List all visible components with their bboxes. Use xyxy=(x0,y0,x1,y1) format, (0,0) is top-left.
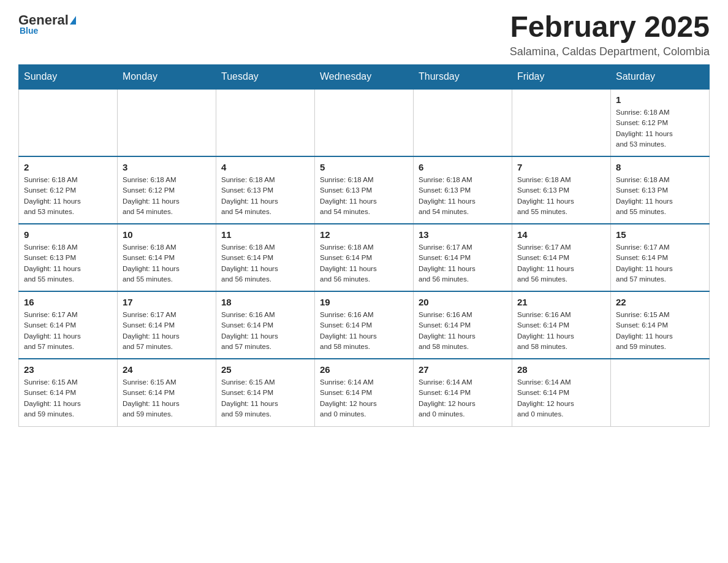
day-number: 6 xyxy=(419,162,507,172)
day-number: 19 xyxy=(320,297,408,307)
day-cell: 5Sunrise: 6:18 AM Sunset: 6:13 PM Daylig… xyxy=(315,156,414,224)
logo-sub-text: Blue xyxy=(20,26,38,36)
day-info: Sunrise: 6:18 AM Sunset: 6:12 PM Dayligh… xyxy=(616,107,704,150)
day-cell: 18Sunrise: 6:16 AM Sunset: 6:14 PM Dayli… xyxy=(216,291,315,359)
day-info: Sunrise: 6:18 AM Sunset: 6:13 PM Dayligh… xyxy=(24,242,112,285)
week-row-1: 1Sunrise: 6:18 AM Sunset: 6:12 PM Daylig… xyxy=(19,89,710,156)
day-cell: 16Sunrise: 6:17 AM Sunset: 6:14 PM Dayli… xyxy=(19,291,118,359)
day-cell: 17Sunrise: 6:17 AM Sunset: 6:14 PM Dayli… xyxy=(118,291,216,359)
day-cell: 26Sunrise: 6:14 AM Sunset: 6:14 PM Dayli… xyxy=(315,359,414,426)
day-number: 25 xyxy=(221,364,309,375)
day-cell: 13Sunrise: 6:17 AM Sunset: 6:14 PM Dayli… xyxy=(414,224,512,291)
day-cell: 1Sunrise: 6:18 AM Sunset: 6:12 PM Daylig… xyxy=(611,89,710,156)
day-cell: 21Sunrise: 6:16 AM Sunset: 6:14 PM Dayli… xyxy=(512,291,611,359)
logo: General Blue xyxy=(18,12,76,36)
day-info: Sunrise: 6:15 AM Sunset: 6:14 PM Dayligh… xyxy=(123,377,211,419)
day-cell: 25Sunrise: 6:15 AM Sunset: 6:14 PM Dayli… xyxy=(216,359,315,426)
day-info: Sunrise: 6:14 AM Sunset: 6:14 PM Dayligh… xyxy=(517,377,605,419)
day-number: 22 xyxy=(616,297,704,307)
day-info: Sunrise: 6:16 AM Sunset: 6:14 PM Dayligh… xyxy=(320,310,408,352)
day-number: 1 xyxy=(616,94,704,105)
day-number: 23 xyxy=(24,364,112,375)
day-info: Sunrise: 6:16 AM Sunset: 6:14 PM Dayligh… xyxy=(419,310,507,352)
day-info: Sunrise: 6:16 AM Sunset: 6:14 PM Dayligh… xyxy=(517,310,605,352)
day-cell: 24Sunrise: 6:15 AM Sunset: 6:14 PM Dayli… xyxy=(118,359,216,426)
day-cell: 22Sunrise: 6:15 AM Sunset: 6:14 PM Dayli… xyxy=(611,291,710,359)
day-cell xyxy=(611,359,710,426)
day-number: 9 xyxy=(24,229,112,240)
day-info: Sunrise: 6:18 AM Sunset: 6:13 PM Dayligh… xyxy=(517,175,605,217)
day-number: 4 xyxy=(221,162,309,172)
day-number: 13 xyxy=(419,229,507,240)
day-number: 21 xyxy=(517,297,605,307)
month-title: February 2025 xyxy=(510,12,710,42)
header-sunday: Sunday xyxy=(19,65,118,90)
day-number: 28 xyxy=(517,364,605,375)
header: General Blue February 2025 Salamina, Cal… xyxy=(18,12,710,58)
day-cell: 28Sunrise: 6:14 AM Sunset: 6:14 PM Dayli… xyxy=(512,359,611,426)
day-info: Sunrise: 6:14 AM Sunset: 6:14 PM Dayligh… xyxy=(320,377,408,419)
day-number: 17 xyxy=(123,297,211,307)
day-info: Sunrise: 6:18 AM Sunset: 6:12 PM Dayligh… xyxy=(123,175,211,217)
day-cell: 23Sunrise: 6:15 AM Sunset: 6:14 PM Dayli… xyxy=(19,359,118,426)
day-cell: 4Sunrise: 6:18 AM Sunset: 6:13 PM Daylig… xyxy=(216,156,315,224)
day-info: Sunrise: 6:15 AM Sunset: 6:14 PM Dayligh… xyxy=(616,310,704,352)
calendar-table: Sunday Monday Tuesday Wednesday Thursday… xyxy=(18,64,710,427)
day-cell: 19Sunrise: 6:16 AM Sunset: 6:14 PM Dayli… xyxy=(315,291,414,359)
day-number: 14 xyxy=(517,229,605,240)
day-cell xyxy=(414,89,512,156)
header-tuesday: Tuesday xyxy=(216,65,315,90)
day-info: Sunrise: 6:17 AM Sunset: 6:14 PM Dayligh… xyxy=(517,242,605,285)
day-number: 24 xyxy=(123,364,211,375)
day-info: Sunrise: 6:16 AM Sunset: 6:14 PM Dayligh… xyxy=(221,310,309,352)
day-cell xyxy=(216,89,315,156)
day-cell xyxy=(315,89,414,156)
day-info: Sunrise: 6:18 AM Sunset: 6:13 PM Dayligh… xyxy=(320,175,408,217)
day-number: 20 xyxy=(419,297,507,307)
title-area: February 2025 Salamina, Caldas Departmen… xyxy=(510,12,710,58)
day-info: Sunrise: 6:18 AM Sunset: 6:14 PM Dayligh… xyxy=(123,242,211,285)
day-cell: 11Sunrise: 6:18 AM Sunset: 6:14 PM Dayli… xyxy=(216,224,315,291)
day-info: Sunrise: 6:18 AM Sunset: 6:13 PM Dayligh… xyxy=(221,175,309,217)
day-info: Sunrise: 6:17 AM Sunset: 6:14 PM Dayligh… xyxy=(123,310,211,352)
day-info: Sunrise: 6:18 AM Sunset: 6:14 PM Dayligh… xyxy=(221,242,309,285)
day-info: Sunrise: 6:18 AM Sunset: 6:13 PM Dayligh… xyxy=(419,175,507,217)
day-number: 2 xyxy=(24,162,112,172)
day-number: 3 xyxy=(123,162,211,172)
day-info: Sunrise: 6:15 AM Sunset: 6:14 PM Dayligh… xyxy=(24,377,112,419)
header-monday: Monday xyxy=(118,65,216,90)
day-cell: 8Sunrise: 6:18 AM Sunset: 6:13 PM Daylig… xyxy=(611,156,710,224)
week-row-4: 16Sunrise: 6:17 AM Sunset: 6:14 PM Dayli… xyxy=(19,291,710,359)
day-number: 10 xyxy=(123,229,211,240)
day-number: 11 xyxy=(221,229,309,240)
day-cell: 7Sunrise: 6:18 AM Sunset: 6:13 PM Daylig… xyxy=(512,156,611,224)
day-cell: 12Sunrise: 6:18 AM Sunset: 6:14 PM Dayli… xyxy=(315,224,414,291)
header-wednesday: Wednesday xyxy=(315,65,414,90)
day-number: 27 xyxy=(419,364,507,375)
day-info: Sunrise: 6:18 AM Sunset: 6:13 PM Dayligh… xyxy=(616,175,704,217)
day-number: 16 xyxy=(24,297,112,307)
day-info: Sunrise: 6:17 AM Sunset: 6:14 PM Dayligh… xyxy=(419,242,507,285)
day-number: 8 xyxy=(616,162,704,172)
day-cell xyxy=(118,89,216,156)
day-info: Sunrise: 6:15 AM Sunset: 6:14 PM Dayligh… xyxy=(221,377,309,419)
week-row-2: 2Sunrise: 6:18 AM Sunset: 6:12 PM Daylig… xyxy=(19,156,710,224)
header-friday: Friday xyxy=(512,65,611,90)
day-number: 18 xyxy=(221,297,309,307)
header-saturday: Saturday xyxy=(611,65,710,90)
day-cell: 27Sunrise: 6:14 AM Sunset: 6:14 PM Dayli… xyxy=(414,359,512,426)
day-number: 7 xyxy=(517,162,605,172)
day-cell: 2Sunrise: 6:18 AM Sunset: 6:12 PM Daylig… xyxy=(19,156,118,224)
day-cell: 20Sunrise: 6:16 AM Sunset: 6:14 PM Dayli… xyxy=(414,291,512,359)
day-number: 26 xyxy=(320,364,408,375)
day-cell xyxy=(19,89,118,156)
day-cell xyxy=(512,89,611,156)
day-info: Sunrise: 6:17 AM Sunset: 6:14 PM Dayligh… xyxy=(616,242,704,285)
day-number: 12 xyxy=(320,229,408,240)
day-number: 5 xyxy=(320,162,408,172)
week-row-3: 9Sunrise: 6:18 AM Sunset: 6:13 PM Daylig… xyxy=(19,224,710,291)
day-cell: 14Sunrise: 6:17 AM Sunset: 6:14 PM Dayli… xyxy=(512,224,611,291)
header-thursday: Thursday xyxy=(414,65,512,90)
day-info: Sunrise: 6:18 AM Sunset: 6:12 PM Dayligh… xyxy=(24,175,112,217)
day-info: Sunrise: 6:17 AM Sunset: 6:14 PM Dayligh… xyxy=(24,310,112,352)
